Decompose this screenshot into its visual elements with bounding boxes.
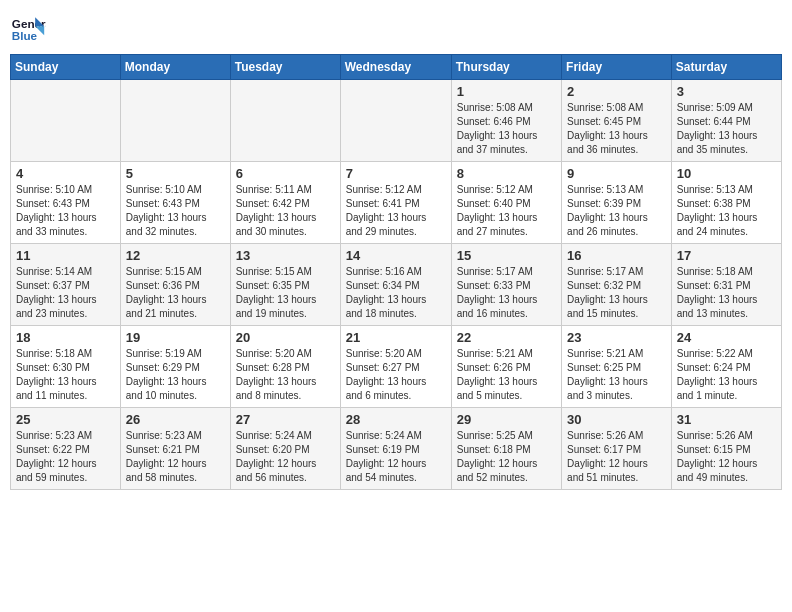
calendar-cell: 12Sunrise: 5:15 AM Sunset: 6:36 PM Dayli… [120,244,230,326]
calendar-week-row: 1Sunrise: 5:08 AM Sunset: 6:46 PM Daylig… [11,80,782,162]
calendar-cell: 16Sunrise: 5:17 AM Sunset: 6:32 PM Dayli… [562,244,672,326]
day-number: 28 [346,412,446,427]
calendar-header-row: SundayMondayTuesdayWednesdayThursdayFrid… [11,55,782,80]
day-number: 10 [677,166,776,181]
calendar-cell: 27Sunrise: 5:24 AM Sunset: 6:20 PM Dayli… [230,408,340,490]
calendar-cell [230,80,340,162]
day-info: Sunrise: 5:18 AM Sunset: 6:31 PM Dayligh… [677,265,776,321]
day-info: Sunrise: 5:09 AM Sunset: 6:44 PM Dayligh… [677,101,776,157]
day-number: 7 [346,166,446,181]
day-header-sunday: Sunday [11,55,121,80]
day-info: Sunrise: 5:16 AM Sunset: 6:34 PM Dayligh… [346,265,446,321]
day-info: Sunrise: 5:21 AM Sunset: 6:25 PM Dayligh… [567,347,666,403]
day-header-thursday: Thursday [451,55,561,80]
calendar-cell: 26Sunrise: 5:23 AM Sunset: 6:21 PM Dayli… [120,408,230,490]
calendar-cell: 22Sunrise: 5:21 AM Sunset: 6:26 PM Dayli… [451,326,561,408]
day-number: 4 [16,166,115,181]
day-info: Sunrise: 5:08 AM Sunset: 6:46 PM Dayligh… [457,101,556,157]
day-number: 19 [126,330,225,345]
day-info: Sunrise: 5:25 AM Sunset: 6:18 PM Dayligh… [457,429,556,485]
calendar-week-row: 25Sunrise: 5:23 AM Sunset: 6:22 PM Dayli… [11,408,782,490]
calendar-week-row: 11Sunrise: 5:14 AM Sunset: 6:37 PM Dayli… [11,244,782,326]
day-number: 1 [457,84,556,99]
day-number: 20 [236,330,335,345]
day-header-wednesday: Wednesday [340,55,451,80]
day-info: Sunrise: 5:24 AM Sunset: 6:19 PM Dayligh… [346,429,446,485]
calendar-cell: 2Sunrise: 5:08 AM Sunset: 6:45 PM Daylig… [562,80,672,162]
logo: General Blue [10,10,46,46]
day-info: Sunrise: 5:22 AM Sunset: 6:24 PM Dayligh… [677,347,776,403]
day-info: Sunrise: 5:11 AM Sunset: 6:42 PM Dayligh… [236,183,335,239]
day-number: 29 [457,412,556,427]
day-info: Sunrise: 5:21 AM Sunset: 6:26 PM Dayligh… [457,347,556,403]
day-info: Sunrise: 5:10 AM Sunset: 6:43 PM Dayligh… [16,183,115,239]
calendar-cell: 28Sunrise: 5:24 AM Sunset: 6:19 PM Dayli… [340,408,451,490]
calendar-cell: 3Sunrise: 5:09 AM Sunset: 6:44 PM Daylig… [671,80,781,162]
day-number: 2 [567,84,666,99]
calendar-cell: 15Sunrise: 5:17 AM Sunset: 6:33 PM Dayli… [451,244,561,326]
day-info: Sunrise: 5:20 AM Sunset: 6:27 PM Dayligh… [346,347,446,403]
day-number: 6 [236,166,335,181]
day-info: Sunrise: 5:18 AM Sunset: 6:30 PM Dayligh… [16,347,115,403]
day-info: Sunrise: 5:17 AM Sunset: 6:32 PM Dayligh… [567,265,666,321]
day-info: Sunrise: 5:20 AM Sunset: 6:28 PM Dayligh… [236,347,335,403]
day-number: 17 [677,248,776,263]
day-header-saturday: Saturday [671,55,781,80]
calendar-cell: 18Sunrise: 5:18 AM Sunset: 6:30 PM Dayli… [11,326,121,408]
day-info: Sunrise: 5:13 AM Sunset: 6:39 PM Dayligh… [567,183,666,239]
calendar-cell: 8Sunrise: 5:12 AM Sunset: 6:40 PM Daylig… [451,162,561,244]
day-info: Sunrise: 5:12 AM Sunset: 6:40 PM Dayligh… [457,183,556,239]
svg-text:Blue: Blue [12,29,38,42]
calendar-cell [120,80,230,162]
calendar-cell: 4Sunrise: 5:10 AM Sunset: 6:43 PM Daylig… [11,162,121,244]
day-number: 23 [567,330,666,345]
day-number: 26 [126,412,225,427]
day-info: Sunrise: 5:10 AM Sunset: 6:43 PM Dayligh… [126,183,225,239]
day-info: Sunrise: 5:23 AM Sunset: 6:22 PM Dayligh… [16,429,115,485]
calendar-cell: 6Sunrise: 5:11 AM Sunset: 6:42 PM Daylig… [230,162,340,244]
calendar-cell: 30Sunrise: 5:26 AM Sunset: 6:17 PM Dayli… [562,408,672,490]
day-info: Sunrise: 5:26 AM Sunset: 6:15 PM Dayligh… [677,429,776,485]
page-header: General Blue [10,10,782,46]
calendar-cell: 21Sunrise: 5:20 AM Sunset: 6:27 PM Dayli… [340,326,451,408]
calendar-cell: 31Sunrise: 5:26 AM Sunset: 6:15 PM Dayli… [671,408,781,490]
calendar-cell [11,80,121,162]
day-number: 27 [236,412,335,427]
day-number: 13 [236,248,335,263]
calendar-cell: 29Sunrise: 5:25 AM Sunset: 6:18 PM Dayli… [451,408,561,490]
calendar-cell [340,80,451,162]
day-header-monday: Monday [120,55,230,80]
calendar-cell: 23Sunrise: 5:21 AM Sunset: 6:25 PM Dayli… [562,326,672,408]
day-number: 18 [16,330,115,345]
day-number: 21 [346,330,446,345]
calendar-cell: 10Sunrise: 5:13 AM Sunset: 6:38 PM Dayli… [671,162,781,244]
calendar-cell: 17Sunrise: 5:18 AM Sunset: 6:31 PM Dayli… [671,244,781,326]
day-info: Sunrise: 5:24 AM Sunset: 6:20 PM Dayligh… [236,429,335,485]
calendar-cell: 24Sunrise: 5:22 AM Sunset: 6:24 PM Dayli… [671,326,781,408]
day-number: 25 [16,412,115,427]
day-info: Sunrise: 5:08 AM Sunset: 6:45 PM Dayligh… [567,101,666,157]
day-info: Sunrise: 5:15 AM Sunset: 6:36 PM Dayligh… [126,265,225,321]
day-info: Sunrise: 5:13 AM Sunset: 6:38 PM Dayligh… [677,183,776,239]
day-number: 11 [16,248,115,263]
day-number: 12 [126,248,225,263]
calendar-cell: 7Sunrise: 5:12 AM Sunset: 6:41 PM Daylig… [340,162,451,244]
calendar-cell: 14Sunrise: 5:16 AM Sunset: 6:34 PM Dayli… [340,244,451,326]
day-info: Sunrise: 5:26 AM Sunset: 6:17 PM Dayligh… [567,429,666,485]
day-number: 22 [457,330,556,345]
calendar-cell: 11Sunrise: 5:14 AM Sunset: 6:37 PM Dayli… [11,244,121,326]
calendar-cell: 19Sunrise: 5:19 AM Sunset: 6:29 PM Dayli… [120,326,230,408]
calendar-week-row: 4Sunrise: 5:10 AM Sunset: 6:43 PM Daylig… [11,162,782,244]
day-info: Sunrise: 5:23 AM Sunset: 6:21 PM Dayligh… [126,429,225,485]
day-header-tuesday: Tuesday [230,55,340,80]
day-info: Sunrise: 5:15 AM Sunset: 6:35 PM Dayligh… [236,265,335,321]
day-number: 15 [457,248,556,263]
calendar-table: SundayMondayTuesdayWednesdayThursdayFrid… [10,54,782,490]
calendar-cell: 13Sunrise: 5:15 AM Sunset: 6:35 PM Dayli… [230,244,340,326]
logo-icon: General Blue [10,10,46,46]
day-info: Sunrise: 5:12 AM Sunset: 6:41 PM Dayligh… [346,183,446,239]
day-number: 9 [567,166,666,181]
day-number: 3 [677,84,776,99]
day-header-friday: Friday [562,55,672,80]
day-number: 31 [677,412,776,427]
